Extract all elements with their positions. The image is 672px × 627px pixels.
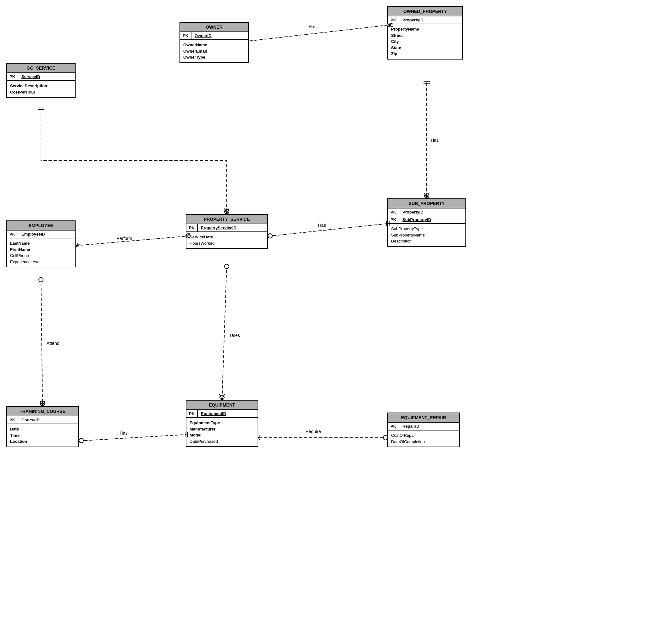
employee-table: EMPLOYEE PK EmployeeID LastName FirstNam… [6, 220, 76, 267]
has-label-1: Has [309, 24, 316, 29]
training-course-pk-attr: CourseID [18, 416, 43, 424]
sub-property-pk2-label: PK [388, 216, 399, 223]
equip-crow1 [219, 394, 222, 399]
has-label-4: Has [120, 431, 127, 436]
emp-crow-a3 [76, 244, 78, 247]
owner-header: OWNER [180, 23, 248, 32]
equipment-pk-label: PK [186, 410, 198, 417]
equipment-repair-pk-label: PK [388, 423, 399, 430]
equip-right-crow2 [258, 438, 260, 440]
sub-property-attrs: SubPropertyType SubPropertyName Descript… [388, 224, 428, 246]
gg-to-ps-line [41, 108, 227, 214]
employee-pk-attr: EmployeeID [18, 231, 48, 238]
ps-to-sub-line [268, 224, 387, 236]
uses-label: Uses [230, 333, 240, 338]
emp-crow-a1 [76, 243, 78, 247]
gg-service-pk-attr: ServiceID [18, 73, 43, 80]
repair-left-circle [383, 436, 388, 440]
training-course-table: TRANINING_COURSE PK CourseID Date Time L… [6, 406, 79, 447]
emp-to-tc-line [41, 278, 43, 406]
gg-service-header: GG_SERVICE [7, 64, 75, 73]
property-service-table: PROPERTY_SERVICE PK PropertyServiceID Se… [186, 214, 268, 249]
equipment-pk-attr: EquipmentID [198, 410, 229, 417]
gg-service-table: GG_SERVICE PK ServiceID ServiceDescripti… [6, 63, 76, 98]
perform-label: Perform [117, 236, 132, 241]
sub-crow1 [425, 193, 427, 198]
property-service-attrs: ServiceDate HoursWorked [186, 232, 218, 248]
owner-pk-attr: OwnerID [191, 32, 214, 39]
sub-property-pk2-attr: SubPropertyID [399, 216, 434, 223]
gg-service-attrs: ServiceDescription CostPerHour [7, 81, 50, 97]
equipment-table: EQUIPMENT PK EquipmentID EquipmentType M… [186, 400, 258, 447]
employee-header: EMPLOYEE [7, 221, 75, 231]
has-label-2: Has [431, 138, 439, 143]
gg-service-pk-label: PK [7, 73, 18, 80]
owned-property-attrs: PropertyName Street City State Zip [388, 24, 422, 59]
tc-crow1 [40, 401, 43, 406]
employee-attrs: LastName FirstName CellPhone ExperienceL… [7, 238, 44, 267]
tc-right-circle [79, 438, 83, 443]
tc-right-crow1 [79, 438, 81, 440]
equip-top-circle [220, 395, 224, 400]
has-label-3: Has [318, 223, 326, 228]
sub-property-header: SUB_PROPERTY [388, 199, 465, 209]
training-course-attrs: Date Time Location [7, 424, 30, 447]
training-course-pk-label: PK [7, 416, 18, 424]
owner-to-owned-property-line [249, 25, 387, 41]
equipment-repair-table: EQUIPMENT_REPAIR PK RepairID CostOfRepai… [387, 413, 460, 447]
emp-bottom-circle [39, 278, 43, 282]
attend-label: Attend [47, 341, 59, 346]
diagram-svg: Has Has Perform Has [0, 0, 672, 627]
require-label: Require [306, 429, 321, 434]
sub-property-table: SUB_PROPERTY PK PropertyID PK SubPropert… [387, 198, 466, 247]
owner-attrs: OwnerName OwnerEmail OwnerType [180, 40, 210, 62]
emp-crow-a2 [76, 244, 80, 247]
equipment-repair-pk-attr: RepairID [399, 423, 422, 430]
property-service-pk-attr: PropertyServiceID [198, 224, 240, 232]
tc-top-circle [40, 402, 45, 406]
sub-many-circle [425, 194, 429, 198]
sub-property-pk1-attr: PropertyID [399, 209, 426, 216]
equip-right-crow1 [258, 435, 260, 438]
ps-crow2 [227, 209, 229, 214]
sub-property-pk1-label: PK [388, 209, 399, 216]
equip-crow2 [222, 394, 224, 399]
tc-to-equip-line [79, 435, 186, 441]
owned-property-table: OWNED_PROPERTY PK PropertyID PropertyNam… [387, 6, 463, 59]
property-service-pk-label: PK [186, 224, 198, 232]
equipment-repair-header: EQUIPMENT_REPAIR [388, 413, 459, 423]
ps-right-circle [268, 234, 272, 238]
owned-property-pk-label: PK [388, 16, 399, 24]
equipment-header: EQUIPMENT [186, 401, 258, 410]
equipment-repair-attrs: CostOfRepair DateOfCompletion [388, 431, 428, 447]
ps-bottom-circle [224, 264, 229, 269]
ps-crow1 [224, 209, 227, 214]
owned-property-pk-attr: PropertyID [399, 16, 426, 24]
property-service-header: PROPERTY_SERVICE [186, 215, 267, 224]
tc-crow2 [43, 401, 45, 406]
emp-to-ps-line [76, 236, 186, 246]
equipment-attrs: EquipmentType Manufacturer Model DatePur… [186, 418, 223, 446]
owned-property-header: OWNED_PROPERTY [388, 7, 462, 16]
training-course-header: TRANINING_COURSE [7, 407, 78, 416]
ps-top-circle [224, 210, 229, 214]
owner-table: OWNER PK OwnerID OwnerName OwnerEmail Ow… [179, 22, 249, 63]
sub-crow2 [427, 193, 429, 198]
ps-to-equip-line [222, 265, 227, 400]
tc-right-crow2 [79, 440, 81, 443]
owner-pk-label: PK [180, 32, 191, 39]
employee-pk-label: PK [7, 231, 18, 238]
